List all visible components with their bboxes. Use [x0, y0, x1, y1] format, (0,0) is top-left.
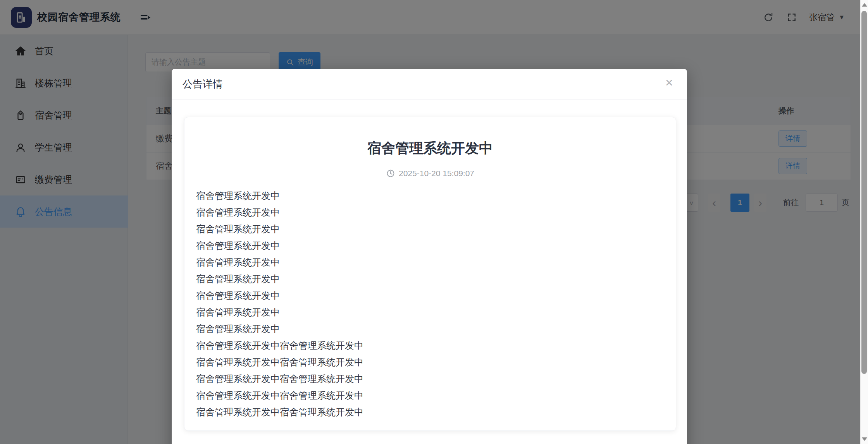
notice-line: 宿舍管理系统开发中	[196, 271, 676, 287]
app-window: 首页 楼栋管理 宿舍管理 学生管理	[0, 0, 868, 444]
scrollbar-thumb[interactable]	[861, 11, 867, 374]
notice-line: 宿舍管理系统开发中	[196, 304, 676, 321]
notice-line: 宿舍管理系统开发中宿舍管理系统开发中	[196, 387, 676, 404]
close-icon[interactable]: ✕	[662, 76, 676, 90]
notice-line: 宿舍管理系统开发中宿舍管理系统开发中	[196, 404, 676, 420]
notice-title: 宿舍管理系统开发中	[184, 139, 676, 158]
scroll-down-arrow-icon[interactable]	[862, 437, 867, 441]
notice-line: 宿舍管理系统开发中	[196, 187, 676, 204]
notice-timestamp: 2025-10-20 15:09:07	[184, 169, 676, 178]
notice-line: 宿舍管理系统开发中宿舍管理系统开发中	[196, 354, 676, 370]
announcement-detail-dialog: 公告详情 ✕ 宿舍管理系统开发中 2025-10-20 15:09:07 宿舍管…	[172, 69, 687, 444]
notice-line: 宿舍管理系统开发中宿舍管理系统开发中	[196, 337, 676, 354]
notice-line: 宿舍管理系统开发中	[196, 254, 676, 271]
scrollbar	[860, 0, 868, 444]
scroll-up-arrow-icon[interactable]	[862, 3, 867, 7]
notice-line: 宿舍管理系统开发中	[196, 287, 676, 304]
notice-line: 宿舍管理系统开发中	[196, 237, 676, 254]
notice-line: 宿舍管理系统开发中	[196, 204, 676, 221]
notice-time-text: 2025-10-20 15:09:07	[399, 169, 474, 178]
notice-line: 宿舍管理系统开发中宿舍管理系统开发中	[196, 370, 676, 387]
notice-card: 宿舍管理系统开发中 2025-10-20 15:09:07 宿舍管理系统开发中宿…	[184, 117, 676, 431]
notice-body: 宿舍管理系统开发中宿舍管理系统开发中宿舍管理系统开发中宿舍管理系统开发中宿舍管理…	[196, 187, 676, 420]
dialog-header: 公告详情 ✕	[172, 69, 687, 100]
notice-line: 宿舍管理系统开发中	[196, 221, 676, 237]
dialog-title: 公告详情	[183, 77, 223, 91]
notice-line: 宿舍管理系统开发中	[196, 321, 676, 337]
clock-icon	[386, 169, 395, 178]
